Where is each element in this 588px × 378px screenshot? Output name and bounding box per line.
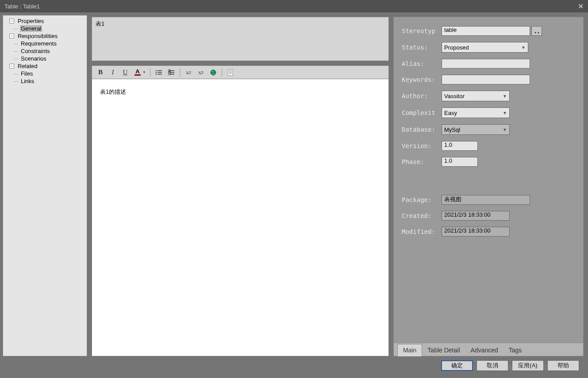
numbers-icon[interactable]: 123 xyxy=(165,67,177,78)
database-select[interactable]: MySql▼ xyxy=(442,124,510,135)
tree-properties[interactable]: − Properties xyxy=(3,17,87,25)
bold-icon[interactable]: B xyxy=(95,67,106,78)
keywords-input[interactable] xyxy=(442,75,530,84)
underline-icon[interactable]: U xyxy=(119,67,131,78)
window-title: Table : Table1 xyxy=(4,3,40,10)
separator xyxy=(150,68,150,77)
apply-button[interactable]: 应用(A) xyxy=(512,360,544,371)
tree-links[interactable]: Links xyxy=(3,77,87,85)
created-field: 2021/2/3 18:33:00 xyxy=(442,211,510,221)
svg-point-0 xyxy=(156,70,157,71)
font-color-icon[interactable]: A xyxy=(132,67,143,78)
tab-tags[interactable]: Tags xyxy=(503,344,527,356)
sidebar-tree: − Properties General − Responsibilities … xyxy=(3,15,87,356)
dialog-footer: 确定 取消 应用(A) 帮助 xyxy=(0,356,588,375)
tabs-row: Main Table Detail Advanced Tags xyxy=(393,343,584,356)
superscript-icon[interactable]: x2 xyxy=(183,67,194,78)
ok-button[interactable]: 确定 xyxy=(441,360,473,371)
version-input[interactable]: 1.0 xyxy=(442,141,478,151)
svg-text:3: 3 xyxy=(168,70,171,76)
package-label: Package: xyxy=(402,196,442,203)
keywords-label: Keywords: xyxy=(402,76,442,83)
center-column: 表1 B I U A ▼ 123 x2 x2 表1的描述 xyxy=(87,12,393,356)
window-titlebar: Table : Table1 ✕ xyxy=(0,0,588,12)
tree-requirements[interactable]: Requirements xyxy=(3,40,87,47)
stereotype-input[interactable]: table xyxy=(442,26,530,36)
tree-constraints[interactable]: Constraints xyxy=(3,47,87,55)
tab-advanced[interactable]: Advanced xyxy=(465,344,503,356)
separator xyxy=(180,68,180,77)
tree-related[interactable]: − Related xyxy=(3,62,87,70)
complexity-select[interactable]: Easy▼ xyxy=(442,107,510,118)
svg-point-2 xyxy=(156,72,157,73)
italic-icon[interactable]: I xyxy=(107,67,119,78)
tree-general[interactable]: General xyxy=(3,25,87,32)
cancel-button[interactable]: 取消 xyxy=(477,360,508,371)
created-label: Created: xyxy=(402,212,442,219)
right-column: Stereotyp table .. Status: Proposed▼ Ali… xyxy=(393,12,588,356)
svg-rect-5 xyxy=(158,74,162,75)
status-select[interactable]: Proposed▼ xyxy=(442,42,528,53)
collapse-icon[interactable]: − xyxy=(9,34,14,38)
chevron-down-icon: ▼ xyxy=(503,94,507,99)
description-editor[interactable]: 表1的描述 xyxy=(92,79,389,356)
svg-rect-15 xyxy=(228,69,233,76)
svg-rect-11 xyxy=(170,74,174,75)
tree-files[interactable]: Files xyxy=(3,70,87,77)
author-select[interactable]: Vassitor▼ xyxy=(442,91,510,101)
bullets-icon[interactable] xyxy=(153,67,165,78)
svg-rect-3 xyxy=(158,72,162,73)
main-area: − Properties General − Responsibilities … xyxy=(0,12,588,356)
modified-field: 2021/2/3 18:33:00 xyxy=(442,227,510,237)
rtf-toolbar: B I U A ▼ 123 x2 x2 xyxy=(92,65,389,79)
chevron-down-icon: ▼ xyxy=(503,111,507,115)
collapse-icon[interactable]: − xyxy=(9,19,14,23)
phase-input[interactable]: 1.0 xyxy=(442,157,478,167)
stereotype-label: Stereotyp xyxy=(402,27,442,34)
new-document-icon[interactable] xyxy=(225,67,236,78)
author-label: Author: xyxy=(402,92,442,99)
chevron-down-icon: ▼ xyxy=(521,45,526,50)
alias-label: Alias: xyxy=(402,60,442,67)
version-label: Version: xyxy=(402,142,442,149)
separator xyxy=(222,68,222,77)
tree-scenarios[interactable]: Scenarios xyxy=(3,55,87,62)
tab-table-detail[interactable]: Table Detail xyxy=(422,344,465,356)
close-icon[interactable]: ✕ xyxy=(578,2,584,11)
package-field: 表视图 xyxy=(442,195,530,205)
collapse-icon[interactable]: − xyxy=(9,64,14,69)
chevron-down-icon: ▼ xyxy=(503,127,507,132)
complexity-label: Complexit xyxy=(402,109,442,116)
hyperlink-icon[interactable] xyxy=(208,67,219,78)
modified-label: Modified: xyxy=(402,228,442,235)
stereotype-browse-button[interactable]: .. xyxy=(531,26,542,36)
help-button[interactable]: 帮助 xyxy=(547,360,579,371)
properties-panel: Stereotyp table .. Status: Proposed▼ Ali… xyxy=(393,17,584,343)
svg-rect-1 xyxy=(158,70,162,71)
alias-input[interactable] xyxy=(442,59,530,69)
chevron-down-icon[interactable]: ▼ xyxy=(142,70,147,74)
subscript-icon[interactable]: x2 xyxy=(195,67,207,78)
database-label: Database: xyxy=(402,126,442,133)
name-input[interactable]: 表1 xyxy=(92,17,389,61)
tree-responsibilities[interactable]: − Responsibilities xyxy=(3,32,87,40)
tab-main[interactable]: Main xyxy=(397,344,422,356)
phase-label: Phase: xyxy=(402,158,442,165)
svg-point-4 xyxy=(156,73,157,74)
status-label: Status: xyxy=(402,44,442,51)
